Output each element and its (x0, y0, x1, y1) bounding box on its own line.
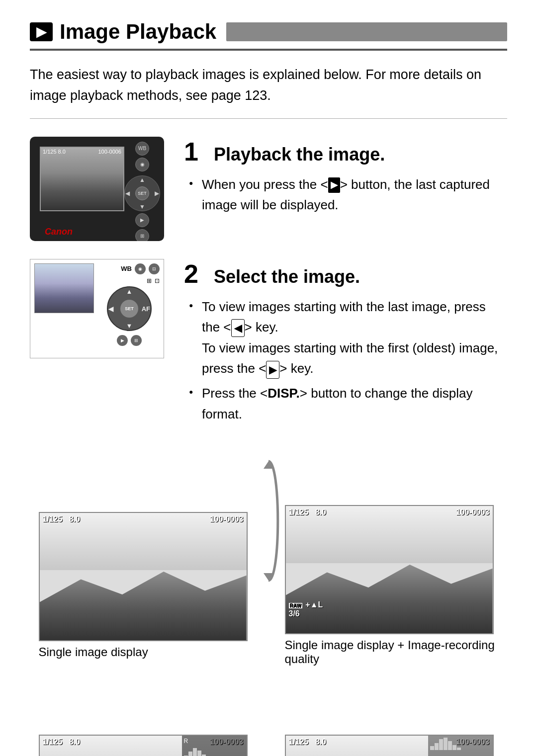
step2-number: 2 (184, 259, 209, 289)
screen-image (41, 148, 123, 210)
disp-shooting-screen: 1/125 8.0 100-0003 (285, 735, 494, 756)
hist-bar (448, 741, 452, 750)
disp-label: DISP. (268, 386, 300, 401)
playback-icon: ▶ (30, 22, 53, 41)
hist-bar (452, 745, 456, 750)
disp-shoot-shutter: 1/125 8.0 (289, 738, 327, 747)
hist-bar (188, 752, 192, 756)
camera2-device: WB ◉ ⊟ ⊞ ⊡ SET ▲ ▼ ◀ AF (30, 259, 164, 358)
disp-histogram-screen: 1/125 8.0 100-0003 R G (39, 735, 248, 756)
menu-btn: ⊞ (135, 229, 149, 241)
disp-shooting-info: 1/125 8.0 100-0003 (285, 735, 499, 756)
step2-bullets: To view images starting with the last im… (189, 297, 507, 425)
cam2-top-buttons: WB ◉ ⊟ (99, 263, 160, 274)
canon-brand: Canon (45, 227, 73, 237)
shoot-hist (428, 736, 493, 756)
step1-number: 1 (184, 137, 209, 167)
disp-quality-screen: 1/125 8.0 100-0003 RAW +▲L3/6 (285, 505, 494, 634)
cam2-down-icon: ▼ (126, 322, 133, 330)
camera-screen: 1/125 8.0 100-0006 (40, 147, 124, 211)
dpad-right-icon: ▶ (155, 190, 159, 197)
cam2-btn2: ⊟ (149, 263, 160, 274)
btn2: ◉ (135, 158, 149, 171)
step1-bullet-1: When you press the <▶> button, the last … (189, 174, 507, 216)
cam2-wb-btn: ◉ (135, 263, 146, 274)
cam2-icon2: ⊡ (155, 277, 160, 284)
cam2-grid-btn: ⊞ (131, 335, 142, 346)
cam2-controls: WB ◉ ⊟ ⊞ ⊡ SET ▲ ▼ ◀ AF (99, 263, 160, 346)
step2-bullet-1: To view images starting with the last im… (189, 297, 507, 379)
step2-content: 2 Select the image. To view images start… (184, 259, 507, 429)
dpad: SET ▲ ▼ ◀ ▶ (124, 175, 160, 211)
step1-title: Playback the image. (214, 144, 385, 165)
disp-single-screen: 1/125 8.0 100-0003 (39, 512, 248, 641)
cam2-photo (34, 263, 94, 313)
step2-title: Select the image. (214, 266, 360, 287)
camera-device: 1/125 8.0 100-0006 Canon WB ◉ SET ▲ ▼ ◀ (30, 137, 164, 241)
histogram-panel: R G (182, 736, 247, 756)
dpad-up-icon: ▲ (139, 176, 145, 183)
display-grid: 1/125 8.0 100-0003 Single image display (30, 446, 507, 725)
playback-btn: ▶ (135, 213, 149, 227)
hist-bar (430, 746, 434, 750)
hist-bar (444, 738, 448, 750)
dpad-down-icon: ▼ (139, 203, 145, 210)
cam2-up-icon: ▲ (126, 288, 133, 295)
step2-heading: 2 Select the image. (184, 259, 507, 289)
hist-bar (435, 743, 439, 750)
disp-quality-mountain (286, 557, 493, 634)
disp-single: 1/125 8.0 100-0003 Single image display (39, 512, 253, 659)
disp-single-info: 1/125 8.0 100-0003 (43, 515, 244, 524)
hist-bar (439, 739, 443, 750)
step-2: WB ◉ ⊟ ⊞ ⊡ SET ▲ ▼ ◀ AF (30, 259, 507, 429)
step1-heading: 1 Playback the image. (184, 137, 507, 167)
wb-label: WB (121, 265, 132, 272)
disp-quality: 1/125 8.0 100-0003 RAW +▲L3/6 Single ima… (285, 505, 499, 666)
disp-quality-code: 100-0003 (456, 508, 490, 517)
cam2-bottom-btns: ▶ ⊞ (117, 335, 142, 346)
page-title: Image Playback (60, 20, 216, 44)
camera-controls: WB ◉ SET ▲ ▼ ◀ ▶ ▶ ⊞ (124, 142, 160, 241)
disp-hist-shutter: 1/125 8.0 (43, 738, 81, 747)
disp-quality-raw: RAW +▲L3/6 (289, 600, 323, 618)
cam2-set-btn: SET (120, 300, 138, 318)
screen-overlay: 1/125 8.0 100-0006 (43, 149, 121, 155)
wb-btn: WB (135, 142, 149, 156)
disp-quality-shutter: 1/125 8.0 (289, 508, 327, 517)
cam2-icon1: ⊞ (147, 277, 152, 284)
raw-badge: RAW (289, 603, 302, 608)
cycle-arrows (254, 446, 283, 725)
disp-single-label: Single image display (39, 645, 148, 659)
dpad-left-icon: ◀ (125, 190, 130, 197)
hist-bar (457, 748, 461, 750)
disp-quality-info: 1/125 8.0 100-0003 (289, 508, 490, 517)
step2-image: WB ◉ ⊟ ⊞ ⊡ SET ▲ ▼ ◀ AF (30, 259, 169, 358)
set-btn: SET (135, 186, 149, 200)
step-1: 1/125 8.0 100-0006 Canon WB ◉ SET ▲ ▼ ◀ (30, 137, 507, 241)
step1-bullets: When you press the <▶> button, the last … (189, 174, 507, 216)
step1-image: 1/125 8.0 100-0006 Canon WB ◉ SET ▲ ▼ ◀ (30, 137, 169, 241)
left-key-icon: ◀ (231, 319, 245, 337)
hist-r-label: R (184, 738, 245, 745)
right-key-icon: ▶ (266, 361, 279, 379)
cam2-dpad: SET ▲ ▼ ◀ AF (107, 286, 152, 331)
page-header: ▶ Image Playback (30, 20, 507, 51)
shoot-hist-bars (430, 738, 491, 750)
display-formats-section: 1/125 8.0 100-0003 Single image display (30, 446, 507, 756)
disp-histogram: 1/125 8.0 100-0003 R G (39, 735, 253, 756)
cam2-icon-row: ⊞ ⊡ (99, 277, 160, 284)
screen-shutter: 1/125 8.0 (43, 149, 66, 155)
cam2-playback-btn: ▶ (117, 335, 128, 346)
disp-single-shutter: 1/125 8.0 (43, 515, 81, 524)
intro-text: The easiest way to playback images is ex… (30, 65, 507, 119)
disp-single-mountain (40, 564, 247, 641)
cam2-right-icon: AF (142, 305, 150, 312)
disp-quality-label: Single image display + Image-recording q… (285, 638, 499, 666)
playback-btn-icon: ▶ (328, 177, 340, 193)
hist-bar (193, 748, 197, 756)
cam2-left-icon: ◀ (108, 305, 113, 312)
step2-bullet-2: Press the <DISP.> button to change the d… (189, 383, 507, 424)
display-grid-row2: 1/125 8.0 100-0003 R G (30, 735, 507, 756)
hist-bar (197, 751, 201, 756)
cycle-arrow-svg (254, 456, 283, 586)
